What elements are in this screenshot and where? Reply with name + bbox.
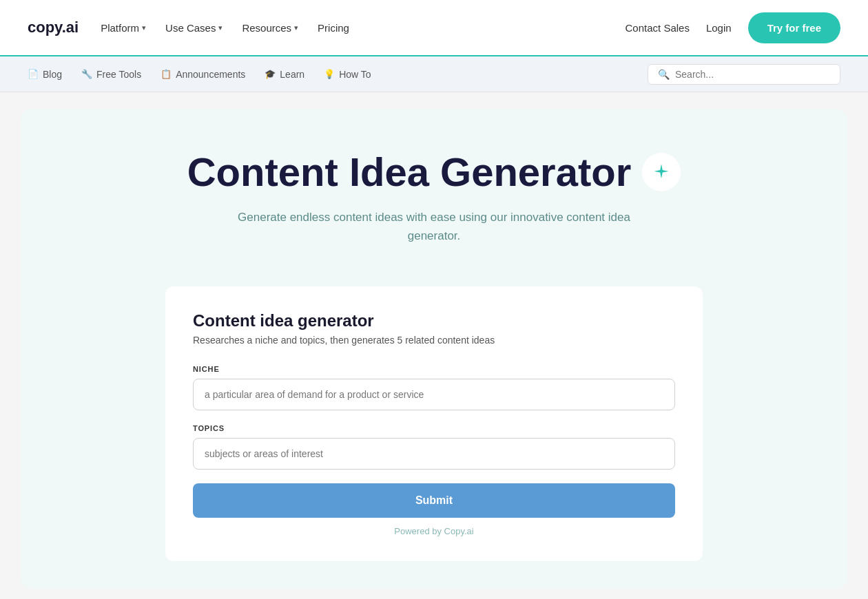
search-icon: 🔍 <box>658 69 670 80</box>
niche-field: NICHE <box>193 365 675 424</box>
main-content: Content Idea Generator Generate endless … <box>21 109 847 589</box>
search-box[interactable]: 🔍 <box>648 64 840 85</box>
chevron-down-icon: ▾ <box>294 23 298 32</box>
sub-nav-blog[interactable]: 📄 Blog <box>28 69 62 80</box>
howto-icon: 💡 <box>324 69 335 79</box>
nav-platform[interactable]: Platform ▾ <box>101 22 146 34</box>
blog-icon: 📄 <box>28 69 39 79</box>
powered-by-text: Powered by Copy.ai <box>193 526 675 536</box>
learn-icon: 🎓 <box>265 69 276 79</box>
sub-nav-learn[interactable]: 🎓 Learn <box>265 69 304 80</box>
sub-nav-announcements[interactable]: 📋 Announcements <box>161 69 245 80</box>
logo[interactable]: copy.ai <box>28 19 79 36</box>
sub-nav-links: 📄 Blog 🔧 Free Tools 📋 Announcements 🎓 Le… <box>28 69 371 80</box>
topics-input[interactable] <box>193 438 675 470</box>
sub-nav: 📄 Blog 🔧 Free Tools 📋 Announcements 🎓 Le… <box>0 56 868 92</box>
hero-section: Content Idea Generator Generate endless … <box>48 150 820 286</box>
nav-resources[interactable]: Resources ▾ <box>242 22 298 34</box>
niche-input[interactable] <box>193 379 675 410</box>
announcements-icon: 📋 <box>161 69 172 79</box>
nav-left: copy.ai Platform ▾ Use Cases ▾ Resources… <box>28 19 349 36</box>
nav-use-cases[interactable]: Use Cases ▾ <box>165 22 223 34</box>
tools-icon: 🔧 <box>81 69 92 79</box>
try-for-free-button[interactable]: Try for free <box>748 12 840 43</box>
top-nav: copy.ai Platform ▾ Use Cases ▾ Resources… <box>0 0 868 56</box>
hero-subtitle: Generate endless content ideas with ease… <box>214 208 654 245</box>
login-link[interactable]: Login <box>706 22 732 34</box>
topics-field: TOPICS <box>193 424 675 483</box>
sub-nav-how-to[interactable]: 💡 How To <box>324 69 371 80</box>
sub-nav-free-tools[interactable]: 🔧 Free Tools <box>81 69 141 80</box>
tool-title: Content idea generator <box>193 311 675 330</box>
hero-title: Content Idea Generator <box>187 150 681 194</box>
chevron-down-icon: ▾ <box>218 23 223 32</box>
sparkle-icon <box>652 162 671 182</box>
search-input[interactable] <box>675 69 830 80</box>
niche-label: NICHE <box>193 365 675 373</box>
tool-description: Researches a niche and topics, then gene… <box>193 335 675 346</box>
nav-right: Contact Sales Login Try for free <box>626 12 840 43</box>
submit-button[interactable]: Submit <box>193 483 675 518</box>
chevron-down-icon: ▾ <box>142 23 146 32</box>
sparkle-badge <box>642 153 681 191</box>
topics-label: TOPICS <box>193 424 675 432</box>
nav-links: Platform ▾ Use Cases ▾ Resources ▾ Prici… <box>101 22 349 34</box>
contact-sales-link[interactable]: Contact Sales <box>626 22 690 34</box>
nav-pricing[interactable]: Pricing <box>318 22 349 34</box>
tool-card: Content idea generator Researches a nich… <box>165 286 703 561</box>
